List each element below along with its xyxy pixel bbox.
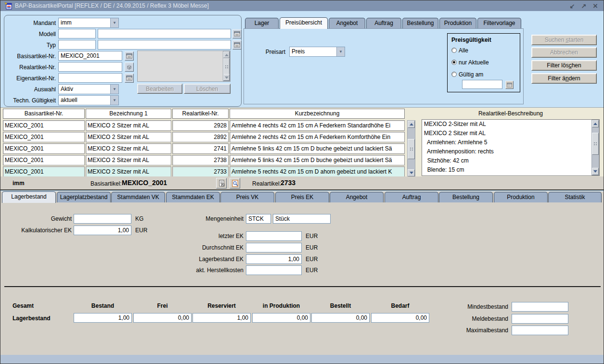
table-cell[interactable]: MEXICO 2 Sitzer mit AL bbox=[86, 155, 171, 165]
table-cell[interactable]: Armlehne 5 rechts 42 cm 15 cm D ahorn ge… bbox=[230, 166, 405, 177]
scroll-up-icon[interactable] bbox=[223, 51, 230, 58]
modell-text-input[interactable] bbox=[98, 29, 231, 38]
abbrechen-button[interactable]: Abbrechen bbox=[531, 47, 597, 58]
table-cell[interactable]: 2741 bbox=[172, 143, 229, 154]
tab-preis-vk[interactable]: Preis VK bbox=[220, 192, 274, 202]
tab-produktion[interactable]: Produktion bbox=[439, 18, 476, 28]
preview-document-icon[interactable] bbox=[230, 178, 240, 188]
tab-stammdaten-ek[interactable]: Stammdaten EK bbox=[166, 192, 220, 202]
table-cell[interactable]: 2892 bbox=[172, 132, 229, 142]
kalk-ek-input[interactable] bbox=[74, 226, 131, 235]
filter-aendern-button[interactable]: Filter ändern bbox=[531, 73, 597, 84]
tab-lagerplatzbestand[interactable]: Lagerplatzbestand bbox=[57, 192, 111, 202]
scrollbar-thumb[interactable] bbox=[223, 58, 230, 75]
tab-filtervorlage[interactable]: Filtervorlage bbox=[477, 18, 521, 28]
table-row-selected[interactable]: MEXICO_2001 bbox=[3, 166, 85, 177]
tab-angebot-detail[interactable]: Angebot bbox=[330, 192, 384, 202]
table-cell[interactable]: Armlehne 5 links 42 cm 15 cm D buche geb… bbox=[230, 143, 405, 154]
beschreibung-scrollbar[interactable] bbox=[591, 120, 599, 176]
tab-lager[interactable]: Lager bbox=[245, 18, 279, 28]
close-icon[interactable]: ✕ bbox=[591, 2, 600, 10]
table-cell[interactable]: MEXICO 2 Sitzer mit AL bbox=[86, 120, 171, 131]
results-scrollbar[interactable] bbox=[407, 120, 415, 177]
lagerbestand-ek-input[interactable] bbox=[246, 254, 302, 264]
table-cell[interactable]: MEXICO 2 Sitzer mit AL bbox=[86, 132, 171, 142]
table-row[interactable]: MEXICO_2001 bbox=[3, 143, 85, 154]
scrollbar-thumb[interactable] bbox=[592, 133, 599, 155]
listbox-scrollbar[interactable] bbox=[223, 51, 230, 81]
tab-bestellung-detail[interactable]: Bestellung bbox=[439, 192, 493, 202]
filter-loeschen-button[interactable]: Filter löschen bbox=[531, 60, 597, 71]
table-cell[interactable]: Armlehne 4 rechts 42 cm 15 cm A Federker… bbox=[230, 120, 405, 131]
scroll-down-icon[interactable] bbox=[223, 74, 230, 81]
techn-gueltigkeit-label: Techn. Gültigkeit bbox=[5, 97, 56, 104]
basisartikel-lov-button[interactable] bbox=[125, 51, 134, 61]
scroll-up-icon[interactable] bbox=[408, 121, 415, 128]
tab-auftrag-detail[interactable]: Auftrag bbox=[385, 192, 438, 202]
bearbeiten-button[interactable]: Bearbeiten bbox=[137, 84, 182, 94]
tab-stammdaten-vk[interactable]: Stammdaten VK bbox=[111, 192, 165, 202]
chevron-down-icon[interactable]: ▼ bbox=[110, 18, 118, 27]
preisuebersicht-panel bbox=[244, 28, 524, 104]
chevron-down-icon[interactable]: ▼ bbox=[110, 96, 118, 105]
realartikel-input[interactable] bbox=[58, 62, 122, 72]
minimize-icon[interactable]: ↙ bbox=[568, 2, 577, 10]
mindestbestand-input[interactable] bbox=[512, 302, 568, 312]
meldebestand-input[interactable] bbox=[512, 314, 568, 324]
tab-statistik[interactable]: Statistik bbox=[548, 192, 602, 202]
table-row[interactable]: MEXICO_2001 bbox=[3, 155, 85, 165]
reserviert-input[interactable] bbox=[193, 313, 251, 323]
modell-code-input[interactable] bbox=[58, 29, 96, 38]
gewicht-input[interactable] bbox=[74, 214, 131, 224]
scroll-up-icon[interactable] bbox=[592, 120, 599, 127]
typ-text-input[interactable] bbox=[98, 40, 231, 50]
restore-icon[interactable]: ↗ bbox=[579, 2, 588, 10]
frei-input[interactable] bbox=[133, 313, 192, 323]
table-cell[interactable]: 2738 bbox=[172, 155, 229, 165]
mengeneinheit-code-input[interactable] bbox=[246, 214, 271, 224]
letzter-ek-input[interactable] bbox=[246, 231, 302, 241]
bestand-input[interactable] bbox=[74, 313, 132, 323]
mandant-select[interactable]: imm ▼ bbox=[58, 18, 119, 28]
herstellkosten-input[interactable] bbox=[246, 265, 302, 275]
scroll-down-icon[interactable] bbox=[408, 169, 415, 176]
table-row[interactable]: MEXICO_2001 bbox=[3, 132, 85, 142]
realartikel-beschreibung-box[interactable]: MEXICO 2-Sitzer mit AL MEXICO 2 Sitzer m… bbox=[422, 119, 600, 176]
table-cell[interactable]: MEXICO 2 Sitzer mit AL bbox=[86, 143, 171, 154]
basisartikel-input[interactable] bbox=[58, 51, 122, 61]
typ-code-input[interactable] bbox=[58, 40, 96, 50]
table-cell[interactable]: MEXICO 2 Sitzer mit AL bbox=[86, 166, 171, 177]
realartikel-package-button[interactable] bbox=[125, 63, 134, 72]
scroll-down-icon[interactable] bbox=[592, 168, 599, 175]
bestellt-input[interactable] bbox=[311, 313, 370, 323]
table-cell[interactable]: Armlehne 2 rechts 42 cm 15 cm A Federker… bbox=[230, 132, 405, 142]
eigenartikel-lov-button[interactable] bbox=[125, 74, 134, 83]
maximalbestand-input[interactable] bbox=[512, 326, 568, 335]
loeschen-button[interactable]: Löschen bbox=[184, 84, 231, 94]
tab-preisuebersicht[interactable]: Preisübersicht bbox=[280, 17, 328, 29]
suchen-starten-button[interactable]: Suchen starten bbox=[531, 35, 597, 45]
auswahl-select[interactable]: Aktiv ▼ bbox=[58, 84, 119, 94]
tab-auftrag[interactable]: Auftrag bbox=[366, 18, 401, 28]
bedarf-input[interactable] bbox=[371, 313, 429, 323]
chevron-down-icon[interactable]: ▼ bbox=[110, 85, 118, 94]
tab-produktion-detail[interactable]: Produktion bbox=[494, 192, 548, 202]
table-row[interactable]: MEXICO_2001 bbox=[3, 120, 85, 131]
table-cell[interactable]: Armlehne 5 links 42 cm 15 cm D buche geb… bbox=[230, 155, 405, 165]
tab-bestellung[interactable]: Bestellung bbox=[402, 18, 438, 28]
modell-lov-button[interactable] bbox=[232, 29, 242, 38]
techn-gueltigkeit-select[interactable]: aktuell ▼ bbox=[58, 95, 119, 105]
durchschnitt-ek-input[interactable] bbox=[246, 243, 302, 252]
basisartikel-list-box[interactable] bbox=[137, 50, 231, 82]
table-cell[interactable]: 2928 bbox=[172, 120, 229, 131]
tab-preis-ek[interactable]: Preis EK bbox=[275, 192, 329, 202]
mengeneinheit-text-input[interactable] bbox=[273, 214, 331, 224]
tab-angebot[interactable]: Angebot bbox=[329, 18, 365, 28]
in-produktion-input[interactable] bbox=[252, 313, 310, 323]
typ-lov-button[interactable] bbox=[232, 40, 242, 50]
scrollbar-thumb[interactable] bbox=[408, 139, 415, 159]
eigenartikel-input[interactable] bbox=[58, 73, 122, 83]
edit-document-icon[interactable] bbox=[216, 178, 227, 188]
tab-lagerbestand[interactable]: Lagerbestand bbox=[2, 191, 56, 203]
table-cell[interactable]: 2733 bbox=[172, 166, 229, 177]
